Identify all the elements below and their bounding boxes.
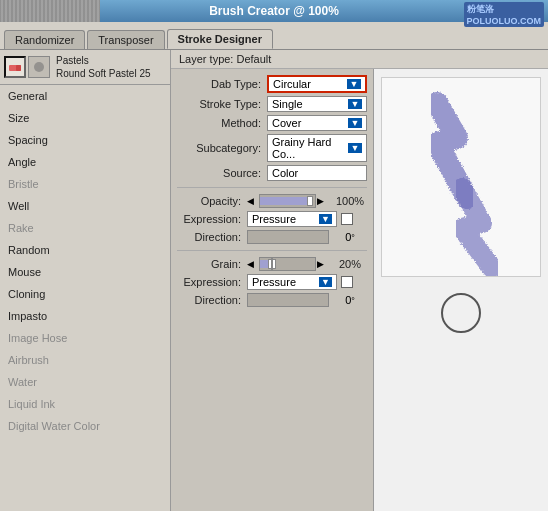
stroke-type-arrow[interactable]: ▼ [348,99,362,109]
separator-2 [177,250,367,251]
grain-slider[interactable] [259,257,316,271]
preview-area [373,69,548,511]
grain-expression-checkbox[interactable] [341,276,353,288]
opacity-expression-checkbox[interactable] [341,213,353,225]
source-label: Source: [177,167,267,179]
separator-1 [177,187,367,188]
opacity-direction-slider[interactable] [247,230,329,244]
grain-direction-value: 0° [333,294,367,306]
category-size[interactable]: Size [0,107,170,129]
brush-category: Pastels [56,54,151,67]
tab-stroke-designer[interactable]: Stroke Designer [167,29,273,49]
opacity-slider[interactable] [259,194,316,208]
subcategory-arrow[interactable]: ▼ [348,143,362,153]
opacity-expression-arrow[interactable]: ▼ [319,214,332,224]
circle-preview [441,293,481,333]
grain-slider-row: Grain: ◀ ▶ 20% [177,257,367,271]
category-angle[interactable]: Angle [0,151,170,173]
grain-value: 20% [333,258,367,270]
stroke-type-label: Stroke Type: [177,98,267,110]
category-image-hose: Image Hose [0,327,170,349]
brush-preset-area: Pastels Round Soft Pastel 25 [0,50,170,85]
grain-direction-label: Direction: [177,294,247,306]
brush-info: Pastels Round Soft Pastel 25 [56,54,151,80]
source-value: Color [272,167,362,179]
opacity-expression-row: Expression: Pressure ▼ [177,211,367,227]
opacity-expression-label: Expression: [177,213,247,225]
stroke-type-select[interactable]: Single ▼ [267,96,367,112]
dab-type-arrow[interactable]: ▼ [347,79,361,89]
opacity-right-arrow[interactable]: ▶ [317,197,329,206]
dab-type-row: Dab Type: Circular ▼ [177,75,367,93]
brush-icon-eraser[interactable] [4,56,26,78]
sidebar: Pastels Round Soft Pastel 25 General Siz… [0,50,171,511]
method-select[interactable]: Cover ▼ [267,115,367,131]
controls-preview-container: Dab Type: Circular ▼ Stroke Type: Single… [171,69,548,511]
opacity-label: Opacity: [177,195,247,207]
method-value: Cover [272,117,344,129]
title-scrollbar [0,0,100,22]
subcategory-row: Subcategory: Grainy Hard Co... ▼ [177,134,367,162]
opacity-expression-value: Pressure [252,213,296,225]
opacity-direction-label: Direction: [177,231,247,243]
opacity-value: 100% [333,195,367,207]
opacity-left-arrow[interactable]: ◀ [247,197,259,206]
category-impasto[interactable]: Impasto [0,305,170,327]
stroke-preview [381,77,541,277]
dab-type-select[interactable]: Circular ▼ [267,75,367,93]
category-rake: Rake [0,217,170,239]
opacity-slider-row: Opacity: ◀ ▶ 100% [177,194,367,208]
right-panel: Layer type: Default Dab Type: Circular ▼… [171,50,548,511]
category-water: Water [0,371,170,393]
svg-rect-1 [16,65,21,71]
grain-expression-value: Pressure [252,276,296,288]
grain-expression-select[interactable]: Pressure ▼ [247,274,337,290]
grain-direction-row: Direction: 0° [177,293,367,307]
main-content: Pastels Round Soft Pastel 25 General Siz… [0,50,548,511]
category-liquid-ink: Liquid Ink [0,393,170,415]
tab-randomizer[interactable]: Randomizer [4,30,85,49]
title-logo: 粉笔洛POLUOLUO.COM [464,2,545,27]
grain-direction-slider[interactable] [247,293,329,307]
opacity-direction-row: Direction: 0° [177,230,367,244]
brush-name: Round Soft Pastel 25 [56,67,151,80]
controls-area: Dab Type: Circular ▼ Stroke Type: Single… [171,69,373,511]
dab-type-label: Dab Type: [177,78,267,90]
brush-icon-round[interactable] [28,56,50,78]
method-label: Method: [177,117,267,129]
category-bristle: Bristle [0,173,170,195]
opacity-fill [260,197,312,205]
source-select[interactable]: Color [267,165,367,181]
grain-label: Grain: [177,258,247,270]
method-row: Method: Cover ▼ [177,115,367,131]
source-row: Source: Color [177,165,367,181]
category-digital-water-color: Digital Water Color [0,415,170,437]
category-random[interactable]: Random [0,239,170,261]
grain-expression-row: Expression: Pressure ▼ [177,274,367,290]
tab-transposer[interactable]: Transposer [87,30,164,49]
category-spacing[interactable]: Spacing [0,129,170,151]
subcategory-select[interactable]: Grainy Hard Co... ▼ [267,134,367,162]
grain-left-arrow[interactable]: ◀ [247,260,259,269]
opacity-thumb[interactable] [307,196,313,206]
category-cloning[interactable]: Cloning [0,283,170,305]
layer-type-label: Layer type: Default [179,53,271,65]
category-general[interactable]: General [0,85,170,107]
brush-icon-buttons [4,56,50,78]
category-airbrush: Airbrush [0,349,170,371]
grain-right-arrow[interactable]: ▶ [317,260,329,269]
svg-point-2 [34,62,44,72]
opacity-direction-value: 0° [333,231,367,243]
opacity-expression-select[interactable]: Pressure ▼ [247,211,337,227]
layer-type-bar: Layer type: Default [171,50,548,69]
grain-expression-arrow[interactable]: ▼ [319,277,332,287]
stroke-type-value: Single [272,98,344,110]
category-list: General Size Spacing Angle Bristle Well … [0,85,170,511]
subcategory-value: Grainy Hard Co... [272,136,344,160]
category-mouse[interactable]: Mouse [0,261,170,283]
title-bar: Brush Creator @ 100% 粉笔洛POLUOLUO.COM [0,0,548,22]
stroke-preview-svg [382,78,541,277]
subcategory-label: Subcategory: [177,142,267,154]
category-well[interactable]: Well [0,195,170,217]
method-arrow[interactable]: ▼ [348,118,362,128]
